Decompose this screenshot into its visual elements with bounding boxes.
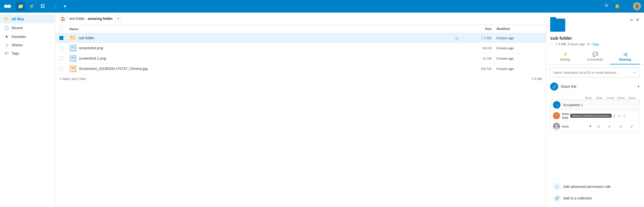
share-input-row: →: [550, 68, 640, 77]
nav-photos[interactable]: 🖼: [38, 2, 47, 11]
table-row[interactable]: screenshot.png ◁ ··· 69 KB 6 hours ago: [55, 43, 546, 53]
sidebar-item-shares[interactable]: ◁ Shares: [0, 41, 55, 49]
file-size: 205 KB: [466, 67, 497, 71]
header-checkbox[interactable]: [59, 27, 69, 31]
share-action-button[interactable]: ◁: [454, 35, 459, 41]
sharing-content: → 🔗 Share link + Read Write Create Delet: [546, 65, 644, 179]
file-count: 1 folder and 3 files: [59, 77, 86, 81]
file-modified: 6 hours ago: [497, 46, 542, 50]
breadcrumb-item-amazing-folder[interactable]: amazing folder: [88, 17, 113, 21]
add-to-collection-button[interactable]: 🔗 Add to a collection: [550, 192, 640, 204]
breadcrumb-item-test-folder[interactable]: test folder: [69, 17, 85, 21]
svg-rect-12: [71, 67, 75, 69]
search-icon[interactable]: 🔍: [603, 2, 612, 11]
panel-meta-info: 7.3 MB, 6 hours ago: [555, 42, 585, 46]
share-member-row: T team lead Allowed (Inherited permissio…: [550, 110, 640, 121]
perm-create-cell[interactable]: ✓: [615, 124, 626, 129]
perm-read-header: Read: [583, 96, 594, 99]
tags-icon: 🏷: [4, 51, 9, 56]
header-name[interactable]: Name: [69, 27, 466, 31]
sidebar-item-label: Recent: [12, 26, 23, 30]
share-link-add-button[interactable]: +: [637, 84, 640, 90]
folder-icon: 📁: [69, 35, 76, 41]
svg-rect-5: [71, 46, 75, 49]
nav-heart[interactable]: ♥: [60, 2, 69, 11]
tab-comments-label: Comments: [587, 58, 603, 61]
tag-icon: 🏷: [587, 42, 590, 46]
panel-folder-icon: [550, 19, 565, 32]
row-checkbox[interactable]: [59, 46, 69, 50]
perm-read-cell[interactable]: ✓: [612, 113, 617, 118]
add-collection-label: Add to a collection: [563, 196, 592, 200]
content-area: 🏠 › test folder › amazing folder + Name …: [55, 13, 546, 207]
perm-create-cell[interactable]: ⊘: [622, 113, 627, 118]
header-size[interactable]: Size: [466, 27, 497, 31]
tab-sharing-label: Sharing: [619, 58, 631, 61]
tags-label[interactable]: Tags: [592, 42, 599, 46]
breadcrumb-add-button[interactable]: +: [115, 15, 122, 22]
file-size: 41 KB: [466, 57, 497, 60]
more-action-button[interactable]: ···: [461, 56, 466, 61]
add-permission-rule-button[interactable]: + Add advanced permission rule: [550, 181, 640, 192]
svg-point-14: [555, 124, 558, 127]
file-thumbnail: [69, 55, 76, 62]
perm-write-cell[interactable]: ✓: [604, 124, 615, 129]
star-icon[interactable]: ☆: [550, 42, 553, 46]
more-action-button[interactable]: ···: [461, 35, 466, 41]
panel-close-button[interactable]: ✕: [635, 17, 640, 23]
perm-delete-cell[interactable]: ✓: [626, 124, 637, 129]
sidebar-item-tags[interactable]: 🏷 Tags: [0, 49, 55, 58]
tab-activity[interactable]: ⚡ Activity: [550, 49, 580, 64]
tab-activity-label: Activity: [560, 58, 570, 61]
file-thumbnail: [69, 45, 76, 52]
file-name: screenshot.png: [79, 46, 103, 50]
dropdown-arrow[interactable]: ▼: [589, 125, 592, 128]
notifications-icon[interactable]: 🔔: [613, 2, 622, 11]
header-modified[interactable]: Modified: [497, 27, 542, 31]
more-action-button[interactable]: ···: [461, 66, 466, 71]
account-icon[interactable]: 👤: [623, 2, 632, 11]
perm-write-cell[interactable]: ⊘: [617, 113, 622, 118]
panel-actions: + Add advanced permission rule 🔗 Add to …: [546, 179, 644, 207]
file-modified: 6 hours ago: [497, 36, 542, 40]
sidebar-item-recent[interactable]: 🕐 Recent: [0, 23, 55, 32]
share-input-submit[interactable]: →: [629, 68, 640, 77]
panel-edit-button[interactable]: ✏: [630, 18, 633, 22]
panel-tabs: ⚡ Activity 💬 Comments ◁ Sharing: [546, 49, 644, 65]
perm-read-cell[interactable]: ⊘: [593, 124, 604, 129]
tab-comments[interactable]: 💬 Comments: [580, 49, 610, 64]
share-action-button[interactable]: ◁: [454, 56, 459, 61]
logo[interactable]: [3, 4, 12, 9]
row-checkbox[interactable]: [59, 67, 69, 71]
share-action-button[interactable]: ◁: [454, 66, 459, 72]
groupfolder-icon: 👥: [553, 101, 560, 109]
row-checkbox[interactable]: [59, 56, 69, 60]
file-name: sub folder: [79, 36, 94, 40]
share-input[interactable]: [550, 69, 629, 76]
sidebar-item-favorites[interactable]: ★ Favorites: [0, 32, 55, 41]
file-table-header: Name Size Modified: [55, 25, 546, 33]
tab-sharing[interactable]: ◁ Sharing: [610, 49, 640, 64]
panel-title: sub folder: [546, 36, 644, 42]
svg-point-2: [6, 5, 9, 8]
collection-icon: 🔗: [553, 194, 561, 202]
right-panel: ✏ ✕ sub folder ☆ 7.3 MB, 6 hours ago 🏷 T…: [546, 13, 644, 207]
table-row[interactable]: 📁 sub folder ◁ ··· 7.3 MB 6 hours ago: [55, 33, 546, 43]
share-action-button[interactable]: ◁: [454, 45, 459, 51]
nav-files[interactable]: 📁: [16, 2, 25, 11]
breadcrumb-home[interactable]: 🏠: [59, 15, 66, 22]
sidebar-item-all-files[interactable]: 📁 All files: [0, 15, 55, 23]
breadcrumb-sep-2: ›: [86, 17, 87, 20]
row-checkbox[interactable]: [59, 36, 69, 40]
topbar: 📁 ⚡ 🖼 👥 ♥ 🔍 🔔 👤 👤: [0, 0, 644, 13]
table-row[interactable]: screenshot 2.png ◁ ··· 41 KB 6 hours ago: [55, 53, 546, 64]
more-action-button[interactable]: ···: [461, 45, 466, 51]
user-avatar[interactable]: 👤: [633, 2, 641, 10]
sidebar-item-label: Favorites: [12, 35, 26, 39]
nav-contacts[interactable]: 👥: [49, 2, 58, 11]
file-thumbnail: [69, 65, 76, 72]
file-modified: 6 hours ago: [497, 67, 542, 71]
favorites-icon: ★: [4, 34, 9, 39]
nav-activity[interactable]: ⚡: [27, 2, 36, 11]
table-row[interactable]: Screenshot_20190320-170737_Chrome.jpg ◁ …: [55, 64, 546, 74]
